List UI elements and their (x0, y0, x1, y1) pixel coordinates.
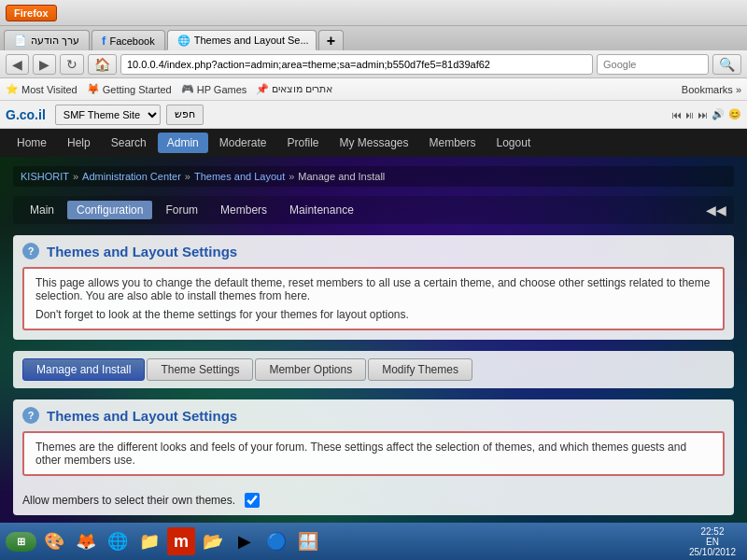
breadcrumb-current: Manage and Install (298, 171, 385, 182)
tab-1-icon: 📄 (14, 35, 27, 47)
taskbar-icon-ie[interactable]: 🔵 (262, 527, 290, 555)
smiley-icon: 😊 (728, 108, 741, 120)
info-box-1: This page allows you to change the defau… (22, 267, 725, 330)
site-logo: G.co.il (6, 107, 46, 122)
nav-home[interactable]: Home (7, 133, 56, 153)
subnav-main[interactable]: Main (21, 201, 63, 219)
reload-button[interactable]: ↻ (60, 54, 84, 75)
taskbar-icon-folder[interactable]: 📁 (135, 527, 163, 555)
breadcrumb-kishorit[interactable]: KISHORIT (21, 171, 69, 182)
tab-btn-modify[interactable]: Modify Themes (368, 358, 472, 381)
info-line1: This page allows you to change the defau… (35, 276, 712, 302)
browser-titlebar: Firefox (0, 0, 747, 26)
panel-1-header: ? Themes and Layout Settings (13, 235, 734, 267)
help-icon-2[interactable]: ? (22, 407, 39, 424)
tab-2-icon: f (102, 34, 106, 48)
start-button[interactable]: ⊞ (6, 532, 36, 552)
nav-admin[interactable]: Admin (158, 133, 208, 153)
panel-2: ? Themes and Layout Settings Themes are … (13, 399, 734, 515)
main-nav: Home Help Search Admin Moderate Profile … (0, 129, 747, 157)
tab-3-icon: 🌐 (177, 35, 190, 47)
nav-moderate[interactable]: Moderate (210, 133, 276, 153)
help-icon-1[interactable]: ? (22, 243, 39, 259)
date-display: 25/10/2012 (689, 547, 736, 557)
media-controls[interactable]: ⏮ ⏯ ⏭ (671, 109, 708, 120)
tab-1[interactable]: 📄 ערך הודעה (4, 30, 90, 50)
nav-logout[interactable]: Logout (487, 133, 541, 153)
back-button[interactable]: ◀ (6, 54, 29, 75)
forward-button[interactable]: ▶ (33, 54, 56, 75)
taskbar-time: 22:52 EN 25/10/2012 (689, 526, 736, 557)
nav-members[interactable]: Members (420, 133, 486, 153)
breadcrumb-sep2: » (185, 171, 190, 182)
taskbar-icon-m[interactable]: m (167, 527, 195, 555)
allow-members-label: Allow members to select their own themes… (22, 494, 235, 507)
tab-bar: 📄 ערך הודעה f Facebook 🌐 Themes and Layo… (0, 26, 747, 50)
tab-1-label: ערך הודעה (31, 35, 79, 47)
sub-nav: Main Configuration Forum Members Mainten… (13, 196, 734, 224)
bookmark-most-visited[interactable]: ⭐ Most Visited (6, 83, 78, 95)
subnav-maintenance[interactable]: Maintenance (280, 201, 363, 219)
bookmarks-bar: ⭐ Most Visited 🦊 Getting Started 🎮 HP Ga… (0, 78, 747, 101)
breadcrumb: KISHORIT » Administration Center » Theme… (13, 166, 734, 187)
desc-box: Themes are the different looks and feels… (22, 431, 725, 476)
search-button[interactable]: 🔍 (712, 54, 741, 75)
subnav-forum[interactable]: Forum (156, 201, 207, 219)
nav-profile[interactable]: Profile (277, 133, 328, 153)
nav-bar: ◀ ▶ ↻ 🏠 🔍 (0, 50, 747, 78)
google-search[interactable] (597, 54, 709, 75)
time-display: 22:52 (689, 526, 736, 537)
breadcrumb-sep1: » (73, 171, 78, 182)
settings-allow-members: Allow members to select their own themes… (13, 485, 734, 515)
bookmark-bookmarks[interactable]: Bookmarks » (682, 84, 741, 95)
page-content: KISHORIT » Administration Center » Theme… (0, 157, 747, 536)
subnav-configuration[interactable]: Configuration (67, 201, 152, 219)
firefox-button[interactable]: Firefox (6, 5, 57, 21)
taskbar-icon-media[interactable]: ▶ (231, 527, 259, 555)
address-bar[interactable] (120, 54, 593, 75)
subnav-members[interactable]: Members (211, 201, 276, 219)
taskbar-icon-files[interactable]: 📂 (199, 527, 227, 555)
taskbar-icon-chrome[interactable]: 🌐 (104, 527, 132, 555)
home-button[interactable]: 🏠 (88, 54, 117, 75)
breadcrumb-themes[interactable]: Themes and Layout (194, 171, 285, 182)
panel-1-title: Themes and Layout Settings (47, 244, 237, 259)
taskbar: ⊞ 🎨 🦊 🌐 📁 m 📂 ▶ 🔵 🪟 22:52 EN 25/10/2012 (0, 523, 747, 560)
tab-3[interactable]: 🌐 Themes and Layout Se... (167, 30, 317, 50)
volume-icon: 🔊 (712, 108, 725, 120)
info-line2: Don't forget to look at the theme settin… (35, 308, 712, 321)
lang-display: EN (689, 537, 736, 547)
nav-help[interactable]: Help (58, 133, 100, 153)
taskbar-icon-paint[interactable]: 🎨 (40, 527, 68, 555)
panel-1: ? Themes and Layout Settings This page a… (13, 235, 734, 340)
panel-2-header: ? Themes and Layout Settings (13, 399, 734, 431)
tab-new[interactable]: + (318, 30, 344, 50)
bookmark-hp-games[interactable]: 🎮 HP Games (181, 83, 247, 95)
breadcrumb-admin[interactable]: Administration Center (82, 171, 181, 182)
nav-messages[interactable]: My Messages (330, 133, 417, 153)
tab-buttons: Manage and Install Theme Settings Member… (13, 351, 734, 388)
smf-search-btn[interactable]: חפש (166, 105, 204, 125)
breadcrumb-sep3: » (289, 171, 294, 182)
allow-members-checkbox[interactable] (245, 493, 260, 508)
collapse-icon[interactable]: ◀◀ (706, 203, 726, 217)
taskbar-icon-firefox[interactable]: 🦊 (72, 527, 100, 555)
nav-search[interactable]: Search (102, 133, 156, 153)
panel-2-title: Themes and Layout Settings (47, 408, 237, 424)
desc-text: Themes are the different looks and feels… (35, 441, 712, 467)
bookmark-getting-started[interactable]: 🦊 Getting Started (87, 83, 172, 95)
tab-2-label: Facebook (109, 35, 154, 47)
smf-toolbar: G.co.il SMF Theme Site חפש ⏮ ⏯ ⏭ 🔊 😊 (0, 101, 747, 129)
tab-3-label: Themes and Layout Se... (194, 35, 309, 46)
bookmark-hebrew[interactable]: 📌 אתרים מוצאים (256, 83, 332, 95)
tab-2[interactable]: f Facebook (92, 30, 165, 50)
tab-btn-member-options[interactable]: Member Options (255, 358, 366, 381)
tab-btn-theme-settings[interactable]: Theme Settings (147, 358, 253, 381)
tab-btn-manage[interactable]: Manage and Install (22, 358, 145, 381)
taskbar-icon-windows[interactable]: 🪟 (294, 527, 322, 555)
content-area: KISHORIT » Administration Center » Theme… (0, 157, 747, 560)
site-select[interactable]: SMF Theme Site (55, 105, 161, 125)
